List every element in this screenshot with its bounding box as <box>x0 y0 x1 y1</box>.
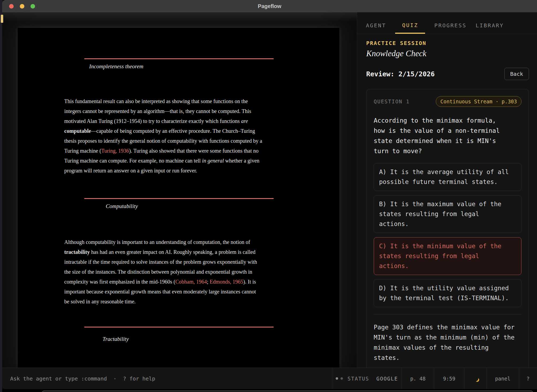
side-panel: AGENTQUIZPROGRESSLIBRARY PRACTICE SESSIO… <box>357 12 537 392</box>
doc-text: ). Turing also showed that there were so… <box>129 148 259 154</box>
margin-label-tractability: Tractability <box>103 336 129 342</box>
section-rule <box>84 58 274 59</box>
doc-text: has had an even greater impact on AI. Ro… <box>90 249 256 255</box>
quiz-option-b[interactable]: B) It is the maximum value of thestates … <box>374 195 521 233</box>
main-window: Pageflow Incompleteness theorem This fun… <box>2 0 537 392</box>
citation-link[interactable]: Edmonds, 1965 <box>210 279 243 285</box>
doc-text: ; <box>207 279 210 285</box>
window-content: Incompleteness theorem This fundamental … <box>2 12 537 392</box>
paragraph-computability-intro: This fundamental result can also be inte… <box>64 96 305 176</box>
moon-icon <box>473 376 478 381</box>
panel-toggle-button[interactable]: panel <box>486 368 519 389</box>
margin-label-incompleteness: Incompleteness theorem <box>89 63 143 70</box>
tab-progress[interactable]: PROGRESS <box>434 22 466 34</box>
help-button[interactable]: ? <box>519 368 537 389</box>
document-area: Incompleteness theorem This fundamental … <box>2 12 357 368</box>
quiz-option-d[interactable]: D) It is the utility value assignedby th… <box>374 279 521 307</box>
status-dot-icon <box>341 377 343 380</box>
review-date-label: Review: 2/15/2026 <box>366 70 435 78</box>
status-dot-icon <box>336 377 338 380</box>
bottom-edge <box>2 389 537 392</box>
edge-bookmark-tab[interactable] <box>1 15 3 23</box>
tab-library[interactable]: LIBRARY <box>476 22 504 34</box>
doc-text: Turing machine ( <box>64 148 101 154</box>
status-label: STATUS <box>347 376 369 382</box>
card-divider <box>374 314 521 315</box>
quiz-option-c[interactable]: C) It is the minimum value of thestates … <box>374 237 521 275</box>
status-bar: Ask the agent or type :command · ? for h… <box>2 368 537 389</box>
doc-text: the size of the instances. The distincti… <box>64 269 252 275</box>
doc-text: thesis proposes to identify the general … <box>64 138 262 144</box>
doc-text: This fundamental result can also be inte… <box>64 98 248 104</box>
doc-text: —capable of being computed by an effecti… <box>91 128 255 134</box>
doc-text: program will return an answer on a given… <box>64 168 197 174</box>
question-card: QUESTION 1 Continuous Stream · p.303 Acc… <box>366 89 529 392</box>
doc-text: are <box>241 118 248 124</box>
back-button[interactable]: Back <box>504 68 529 80</box>
doc-text: computable <box>64 128 91 134</box>
provider-label: GOOGLE <box>376 376 398 382</box>
source-badge[interactable]: Continuous Stream · p.303 <box>436 96 521 107</box>
quiz-option-a[interactable]: A) It is the average utility of allpossi… <box>374 163 521 191</box>
doc-text: be solved in any reasonable time. <box>64 299 136 304</box>
question-card-header: QUESTION 1 Continuous Stream · p.303 <box>374 96 521 107</box>
paragraph-tractability: Although computability is important to a… <box>64 237 305 307</box>
section-rule <box>84 327 274 327</box>
background-window-edge <box>42 390 533 392</box>
panel-tabs: AGENTQUIZPROGRESSLIBRARY <box>357 12 537 34</box>
doc-text: Although computability is important to a… <box>64 239 250 245</box>
question-number: QUESTION 1 <box>374 99 410 104</box>
doc-text: ). It is <box>243 279 256 285</box>
quiz-title: Knowledge Check <box>366 49 529 58</box>
review-row: Review: 2/15/2026 Back <box>366 68 529 80</box>
doc-text: integers cannot be represented by an alg… <box>64 108 251 114</box>
tab-agent[interactable]: AGENT <box>366 22 386 34</box>
citation-link[interactable]: Cobham, 1964 <box>175 279 207 285</box>
doc-text: motivated Alan Turing (1912–1954) to try… <box>64 118 241 124</box>
answer-explanation: Page 303 defines the minimax value forMI… <box>374 322 521 363</box>
citation-link[interactable]: Turing, 1936 <box>101 148 129 154</box>
status-cell: STATUS GOOGLE <box>332 368 402 389</box>
doc-text: complexity was first emphasized in the m… <box>64 279 175 285</box>
book-page: Incompleteness theorem This fundamental … <box>18 28 339 368</box>
tab-quiz[interactable]: QUIZ <box>395 22 425 34</box>
doc-text: whether a given <box>224 158 259 164</box>
doc-text: intractable if the time required to solv… <box>64 259 257 265</box>
question-text: According to the minimax formula,how is … <box>374 115 521 156</box>
quiz-panel: PRACTICE SESSION Knowledge Check Review:… <box>357 34 537 392</box>
practice-session-label: PRACTICE SESSION <box>366 40 529 46</box>
options-list: A) It is the average utility of allpossi… <box>374 163 521 307</box>
window-title: Pageflow <box>2 3 537 9</box>
titlebar: Pageflow <box>2 0 537 12</box>
doc-text: tractability <box>64 249 90 255</box>
doc-text: important because exponential growth mea… <box>64 289 256 295</box>
session-timer: 9:59 <box>434 368 464 389</box>
agent-command-input[interactable]: Ask the agent or type :command · ? for h… <box>2 368 332 389</box>
section-rule <box>84 198 274 199</box>
doc-text: in general <box>202 158 224 164</box>
doc-text: Turing machine can compute. For example,… <box>64 158 202 164</box>
theme-toggle[interactable] <box>464 368 486 389</box>
page-indicator: p. 48 <box>402 368 434 389</box>
margin-label-computability: Computability <box>106 203 138 210</box>
pageflow-app: Pageflow Incompleteness theorem This fun… <box>0 0 537 392</box>
